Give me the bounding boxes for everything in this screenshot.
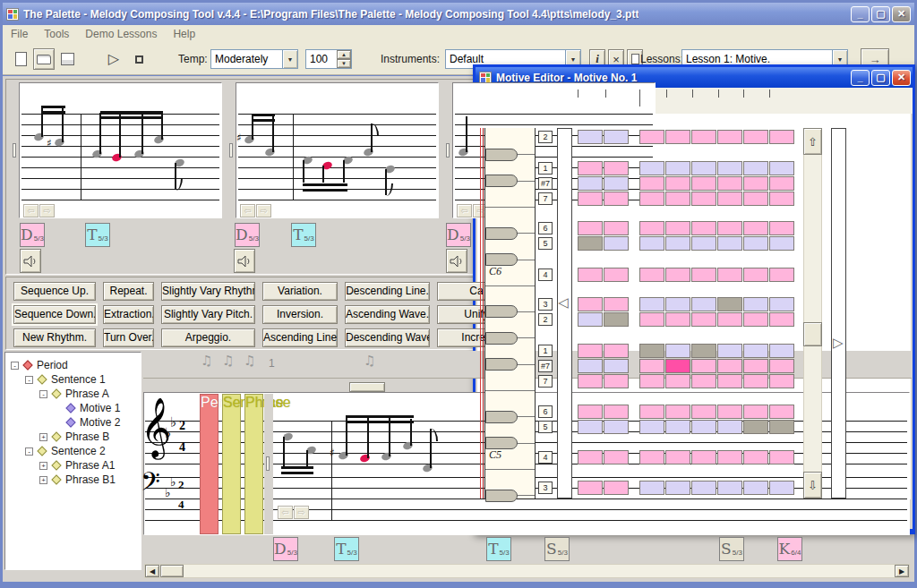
chord-badge-d[interactable]: D5/3 [20, 223, 45, 247]
chord-badge-d[interactable]: D5/3 [273, 537, 298, 561]
play-speaker-button[interactable] [234, 249, 255, 273]
grid-cell[interactable] [717, 344, 742, 358]
transform-button[interactable]: Ascending Wave. [345, 305, 430, 324]
vscrollbar-thumb[interactable] [803, 322, 822, 346]
grid-cell[interactable] [578, 405, 603, 419]
nav-column-left[interactable] [557, 128, 572, 499]
grid-cell[interactable] [665, 450, 690, 464]
close-button[interactable]: ✕ [892, 70, 911, 86]
grid-cell[interactable] [604, 312, 629, 327]
grid-cell[interactable] [604, 420, 629, 434]
grid-cell[interactable] [691, 176, 716, 191]
grid-cell[interactable] [691, 312, 716, 327]
grid-cell[interactable] [665, 481, 690, 495]
tree-item-phrase-b1[interactable]: +Phrase B1 [5, 473, 141, 487]
grid-cell[interactable] [769, 161, 794, 175]
triangle-left-icon[interactable]: ◁ [558, 296, 569, 310]
grid-cell[interactable] [769, 236, 794, 251]
grid-cell[interactable] [769, 221, 794, 235]
black-key[interactable] [485, 358, 518, 371]
structure-bar-sentence[interactable]: Sentence [222, 394, 241, 534]
grid-cell[interactable] [691, 374, 716, 388]
grid-cell[interactable] [691, 481, 716, 495]
grid-cell[interactable] [604, 176, 629, 191]
transform-button[interactable]: Repeat. [103, 282, 154, 301]
black-key[interactable] [485, 490, 518, 502]
grid-cell[interactable] [743, 420, 768, 434]
grid-cell[interactable] [639, 221, 664, 235]
black-key[interactable] [485, 411, 518, 423]
splitter-handle[interactable] [266, 456, 270, 471]
grid-cell[interactable] [743, 161, 768, 175]
grid-cell[interactable] [665, 192, 690, 206]
tempo-select[interactable]: Moderately ▼ [210, 49, 298, 69]
scroll-up-icon[interactable]: ⇧ [803, 128, 822, 155]
grid-cell[interactable] [639, 374, 664, 388]
grid-cell[interactable] [665, 420, 690, 434]
next-arrow-icon[interactable]: ⇨ [294, 506, 309, 519]
grid-cell[interactable] [717, 481, 742, 495]
menu-help[interactable]: Help [165, 26, 203, 42]
grid-cell[interactable] [604, 130, 629, 144]
chord-badge-t[interactable]: T5/3 [291, 223, 316, 247]
grid-cell[interactable] [769, 297, 794, 311]
grid-cell[interactable] [691, 221, 716, 235]
chord-badge-t[interactable]: T5/3 [85, 223, 110, 247]
tree-item-motive-1[interactable]: Motive 1 [5, 401, 141, 415]
grid-cell[interactable] [604, 481, 629, 495]
grid-cell[interactable] [743, 359, 768, 373]
editor-vscrollbar[interactable] [803, 128, 822, 499]
prev-arrow-icon[interactable]: ⇦ [457, 204, 472, 217]
note-pair-icon[interactable]: ♫ [244, 354, 255, 368]
grid-cell[interactable] [743, 297, 768, 311]
tree-item-period[interactable]: -Period [5, 358, 141, 372]
next-arrow-icon[interactable]: ⇨ [256, 204, 271, 217]
note-pair-icon[interactable]: ♫ [201, 354, 212, 368]
menu-demo-lessons[interactable]: Demo Lessons [77, 26, 165, 42]
transform-button[interactable]: Turn Over. [103, 328, 154, 347]
tree-item-phrase-b[interactable]: +Phrase B [5, 430, 141, 444]
grid-cell[interactable] [639, 405, 664, 419]
grid-cell[interactable] [665, 374, 690, 388]
black-key[interactable] [485, 437, 518, 449]
grid-cell[interactable] [717, 312, 742, 327]
grid-cell[interactable] [743, 312, 768, 327]
grid-cell[interactable] [691, 344, 716, 358]
grid-cell[interactable] [604, 268, 629, 282]
grid-cell[interactable] [769, 176, 794, 191]
grid-cell[interactable] [639, 176, 664, 191]
grid-cell[interactable] [604, 374, 629, 388]
expand-icon[interactable]: + [39, 476, 47, 484]
grid-cell[interactable] [743, 236, 768, 251]
grid-cell[interactable] [717, 297, 742, 311]
transform-button[interactable]: Slightly Vary Rhythm. [161, 282, 255, 301]
stop-button[interactable] [128, 48, 150, 70]
black-key[interactable] [485, 227, 518, 240]
splitter-handle[interactable] [446, 143, 450, 158]
grid-cell[interactable] [717, 221, 742, 235]
collapse-icon[interactable]: - [39, 390, 47, 398]
collapse-icon[interactable]: - [11, 362, 19, 370]
grid-cell[interactable] [769, 481, 794, 495]
maximize-button[interactable]: ▢ [871, 6, 890, 22]
grid-cell[interactable] [717, 420, 742, 434]
transform-button[interactable]: Variation. [262, 282, 338, 301]
transform-button[interactable]: Inversion. [262, 305, 338, 324]
grid-cell[interactable] [604, 297, 629, 311]
play-speaker-button[interactable] [20, 249, 41, 273]
grid-cell[interactable] [717, 130, 742, 144]
grid-cell[interactable] [769, 312, 794, 327]
grid-cell[interactable] [691, 130, 716, 144]
grid-cell[interactable] [691, 405, 716, 419]
transform-button[interactable]: Ascending Line. [262, 328, 338, 347]
expand-icon[interactable]: + [39, 433, 47, 441]
grid-cell[interactable] [769, 344, 794, 358]
grid-cell[interactable] [639, 161, 664, 175]
grid-cell[interactable] [717, 359, 742, 373]
collapse-icon[interactable]: - [25, 447, 33, 456]
grid-cell[interactable] [604, 344, 629, 358]
menu-file[interactable]: File [3, 26, 36, 42]
save-file-button[interactable] [56, 48, 78, 70]
grid-cell[interactable] [604, 192, 629, 206]
tree-item-phrase-a1[interactable]: +Phrase A1 [5, 458, 141, 473]
